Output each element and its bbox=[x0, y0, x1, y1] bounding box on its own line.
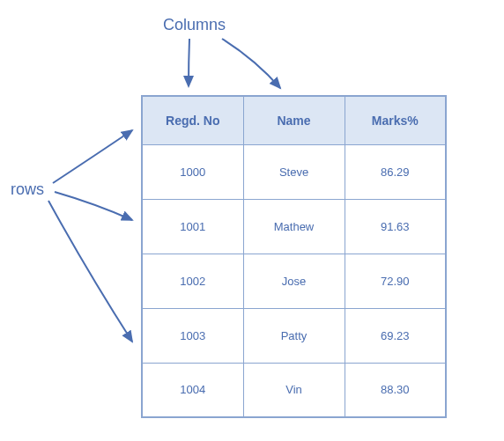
col-header-marks: Marks% bbox=[345, 96, 446, 144]
cell-marks: 72.90 bbox=[345, 254, 446, 308]
table-row: 1000 Steve 86.29 bbox=[142, 144, 446, 199]
table-row: 1002 Jose 72.90 bbox=[142, 254, 446, 308]
cell-name: Steve bbox=[243, 144, 345, 199]
cell-name: Vin bbox=[243, 363, 345, 417]
table-row: 1004 Vin 88.30 bbox=[142, 363, 446, 417]
cell-marks: 88.30 bbox=[345, 363, 446, 417]
cell-name: Mathew bbox=[243, 199, 345, 254]
rows-label: rows bbox=[11, 180, 44, 199]
table-header-row: Regd. No Name Marks% bbox=[142, 96, 446, 144]
cell-regd: 1003 bbox=[142, 308, 243, 363]
table-row: 1001 Mathew 91.63 bbox=[142, 199, 446, 254]
cell-regd: 1004 bbox=[142, 363, 243, 417]
cell-marks: 91.63 bbox=[345, 199, 446, 254]
data-table: Regd. No Name Marks% 1000 Steve 86.29 10… bbox=[141, 95, 447, 418]
columns-label: Columns bbox=[163, 16, 226, 34]
cell-regd: 1001 bbox=[142, 199, 243, 254]
col-header-regd: Regd. No bbox=[142, 96, 243, 144]
col-header-name: Name bbox=[243, 96, 345, 144]
cell-name: Patty bbox=[243, 308, 345, 363]
table-row: 1003 Patty 69.23 bbox=[142, 308, 446, 363]
cell-name: Jose bbox=[243, 254, 345, 308]
cell-regd: 1000 bbox=[142, 144, 243, 199]
cell-regd: 1002 bbox=[142, 254, 243, 308]
cell-marks: 86.29 bbox=[345, 144, 446, 199]
cell-marks: 69.23 bbox=[345, 308, 446, 363]
